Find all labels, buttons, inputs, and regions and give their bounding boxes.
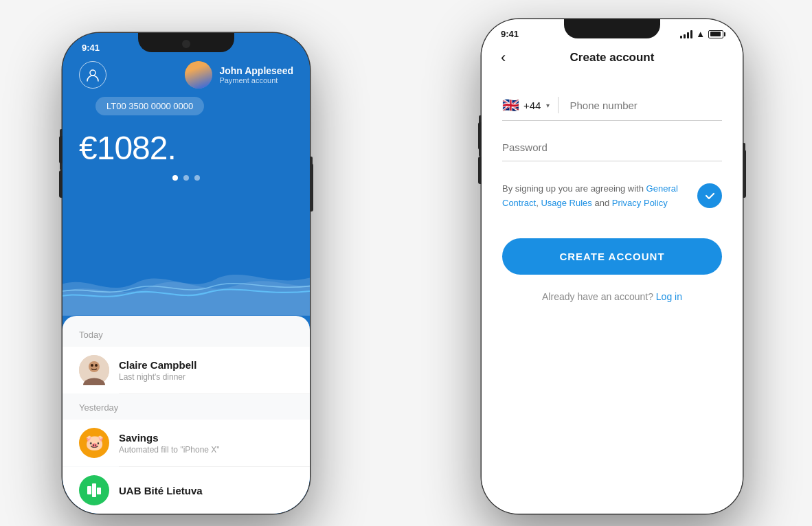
uab-info: UAB Bité Lietuva <box>119 485 203 496</box>
uab-avatar <box>79 475 109 505</box>
terms-prefix: By signing up you are agreeing with <box>502 183 646 194</box>
user-sub: Payment account <box>219 76 293 84</box>
savings-sub: Automated fill to "iPhone X" <box>119 445 220 455</box>
signal-icon <box>680 30 692 38</box>
user-info: John Appleseed Payment account <box>185 61 293 89</box>
uab-name: UAB Bité Lietuva <box>119 485 203 496</box>
svg-rect-7 <box>97 488 101 494</box>
account-number: LT00 3500 0000 0000 <box>95 97 204 115</box>
battery-icon <box>708 30 723 38</box>
transactions-area: Today <box>63 316 310 514</box>
dot-1 <box>172 175 178 181</box>
phone-back: 9:41 John Apples <box>63 33 310 514</box>
usage-rules-link[interactable]: Usage Rules <box>541 198 591 208</box>
login-link[interactable]: Log in <box>656 291 682 302</box>
terms-row: By signing up you are agreeing with Gene… <box>502 182 722 211</box>
svg-point-2 <box>89 361 100 372</box>
phone-number-input[interactable] <box>559 100 722 111</box>
savings-info: Savings Automated fill to "iPhone X" <box>119 432 220 455</box>
phone-front: 9:41 ▲ ‹ Create account <box>482 19 743 514</box>
svg-rect-5 <box>87 486 91 494</box>
yesterday-label: Yesterday <box>63 394 310 420</box>
front-time: 9:41 <box>501 29 519 39</box>
login-row: Already have an account? Log in <box>502 291 722 302</box>
country-selector[interactable]: 🇬🇧 +44 ▾ <box>502 97 559 113</box>
terms-text: By signing up you are agreeing with Gene… <box>502 182 686 211</box>
scene: 9:41 John Apples <box>28 12 784 514</box>
password-row <box>502 141 722 161</box>
wave-area <box>63 189 310 316</box>
savings-name: Savings <box>119 432 220 444</box>
claire-info: Claire Campbell Last night's dinner <box>119 359 196 382</box>
profile-icon[interactable] <box>79 61 106 89</box>
dot-2 <box>183 175 189 181</box>
svg-point-0 <box>90 70 95 76</box>
piggy-icon: 🐷 <box>85 434 104 452</box>
transaction-item-uab[interactable]: UAB Bité Lietuva <box>63 467 310 514</box>
svg-point-4 <box>95 364 98 367</box>
user-avatar <box>185 61 212 89</box>
transaction-item[interactable]: Claire Campbell Last night's dinner <box>63 347 310 393</box>
chevron-down-icon: ▾ <box>546 102 550 109</box>
nav-title: Create account <box>570 51 655 65</box>
banking-time: 9:41 <box>82 43 100 53</box>
wifi-icon: ▲ <box>696 29 705 39</box>
privacy-policy-link[interactable]: Privacy Policy <box>612 198 668 208</box>
terms-mid2: and <box>592 198 612 208</box>
banking-app-screen: 9:41 John Apples <box>63 33 310 514</box>
svg-rect-6 <box>92 483 96 497</box>
status-icons: ▲ <box>680 29 723 39</box>
front-vol-up[interactable] <box>478 122 482 150</box>
phone-input-row: 🇬🇧 +44 ▾ <box>502 97 722 121</box>
dots-indicator <box>63 167 310 189</box>
dot-3 <box>194 175 200 181</box>
claire-avatar <box>79 355 109 385</box>
svg-point-3 <box>91 364 93 367</box>
notch-front <box>564 19 660 38</box>
user-name: John Appleseed <box>219 65 293 76</box>
vol-up-btn[interactable] <box>59 136 63 163</box>
today-label: Today <box>63 330 310 347</box>
country-code: +44 <box>523 100 541 111</box>
banking-header: John Appleseed Payment account <box>63 56 310 97</box>
create-account-button[interactable]: CREATE ACCOUNT <box>502 238 722 275</box>
terms-checkbox[interactable] <box>697 183 722 208</box>
transaction-item-savings[interactable]: 🐷 Savings Automated fill to "iPhone X" <box>63 420 310 466</box>
form-area: 🇬🇧 +44 ▾ By signing up you are agree <box>482 76 743 514</box>
power-btn[interactable] <box>310 163 313 211</box>
claire-name: Claire Campbell <box>119 359 196 371</box>
front-power-btn[interactable] <box>743 150 746 198</box>
uk-flag-icon: 🇬🇧 <box>502 97 519 113</box>
create-account-screen: 9:41 ▲ ‹ Create account <box>482 19 743 514</box>
vol-down-btn[interactable] <box>59 170 63 198</box>
back-button[interactable]: ‹ <box>495 46 511 69</box>
app-nav: ‹ Create account <box>482 42 743 76</box>
login-text: Already have an account? <box>542 291 656 302</box>
claire-sub: Last night's dinner <box>119 372 196 382</box>
savings-avatar: 🐷 <box>79 428 109 458</box>
front-vol-down[interactable] <box>478 157 482 184</box>
password-input[interactable] <box>502 141 722 153</box>
camera-back <box>182 40 190 48</box>
balance: €1082. <box>63 121 310 167</box>
